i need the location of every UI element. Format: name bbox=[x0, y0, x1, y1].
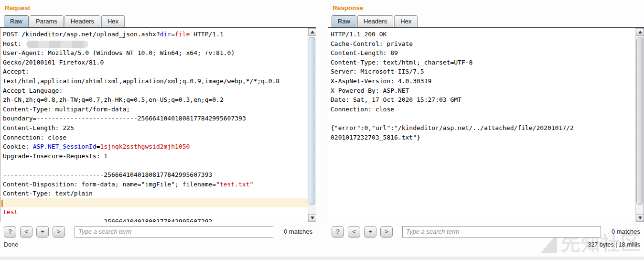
editor-line: 0201017232703_5816.txt"} bbox=[331, 133, 635, 142]
response-editor[interactable]: HTTP/1.1 200 OKCache-Control: privateCon… bbox=[328, 28, 644, 222]
scroll-down-button[interactable] bbox=[636, 214, 644, 222]
response-editor-content[interactable]: HTTP/1.1 200 OKCache-Control: privateCon… bbox=[328, 28, 635, 222]
scroll-up-button[interactable] bbox=[636, 28, 644, 36]
request-status: Done bbox=[0, 238, 316, 248]
scroll-down-button[interactable] bbox=[308, 214, 316, 222]
text-segment: 0201017232703_5816.txt"} bbox=[331, 134, 420, 141]
response-status: 327 bytes | 18 millis bbox=[328, 238, 644, 248]
request-editor-content[interactable]: POST /kindeditor/asp.net/upload_json.ash… bbox=[0, 28, 308, 222]
request-search-row: ? < + > 0 matches bbox=[0, 222, 316, 238]
match-count: 0 matches bbox=[278, 228, 312, 235]
request-panel-title: Request bbox=[0, 0, 316, 14]
scrollbar-thumb[interactable] bbox=[309, 37, 315, 205]
editor-line bbox=[331, 114, 635, 123]
editor-line: ---------------------------2566641040180… bbox=[3, 170, 308, 180]
editor-line: Accept: bbox=[3, 67, 308, 76]
search-input[interactable] bbox=[75, 226, 273, 238]
editor-line: X-AspNet-Version: 4.0.30319 bbox=[331, 76, 635, 86]
text-segment: test bbox=[3, 208, 18, 216]
text-segment: zh-CN,zh;q=0.8,zh-TW;q=0.7,zh-HK;q=0.5,e… bbox=[3, 96, 224, 103]
tab-headers[interactable]: Headers bbox=[64, 15, 100, 27]
match-count: 0 matches bbox=[606, 228, 640, 235]
scrollbar-thumb[interactable] bbox=[636, 37, 643, 205]
request-scrollbar[interactable] bbox=[308, 28, 316, 222]
editor-line: Date: Sat, 17 Oct 2020 15:27:03 GMT bbox=[331, 95, 635, 105]
editor-line: Content-Length: 225 bbox=[3, 123, 308, 133]
text-segment: = bbox=[171, 31, 175, 38]
search-options-button[interactable]: + bbox=[36, 226, 49, 238]
tab-hex[interactable]: Hex bbox=[394, 15, 418, 27]
editor-line: Server: Microsoft-IIS/7.5 bbox=[331, 67, 635, 76]
arrow-up-icon bbox=[311, 31, 314, 33]
search-help-button[interactable]: ? bbox=[4, 226, 16, 238]
response-scrollbar[interactable] bbox=[635, 28, 644, 222]
editor-line: Connection: close bbox=[3, 133, 308, 142]
arrow-down-icon bbox=[311, 217, 314, 219]
search-help-button[interactable]: ? bbox=[332, 226, 344, 238]
text-segment: Cache-Control: private bbox=[331, 40, 413, 47]
text-caret bbox=[1, 200, 3, 207]
editor-line: test bbox=[3, 207, 308, 217]
editor-line: boundary=---------------------------2566… bbox=[3, 114, 308, 123]
text-segment: = bbox=[97, 143, 100, 150]
tab-params[interactable]: Params bbox=[30, 15, 64, 27]
redacted-host bbox=[26, 41, 88, 48]
editor-line: Content-Disposition: form-data; name="im… bbox=[3, 180, 308, 189]
search-input[interactable] bbox=[402, 226, 601, 238]
text-segment: 1sjnqk2ssthgwsid2mjh1050 bbox=[100, 143, 190, 150]
search-next-button[interactable]: > bbox=[380, 226, 393, 238]
tab-raw[interactable]: Raw bbox=[4, 15, 29, 27]
text-segment: text/html,application/xhtml+xml,applicat… bbox=[3, 77, 279, 85]
tab-raw[interactable]: Raw bbox=[332, 15, 356, 27]
burp-message-viewer: 先知社区 Request RawParamsHeadersHex POST /k… bbox=[0, 0, 644, 260]
arrow-up-icon bbox=[638, 31, 642, 33]
text-segment: boundary=---------------------------2566… bbox=[3, 115, 246, 122]
editor-line: Content-Type: multipart/form-data; bbox=[3, 105, 308, 114]
text-segment: " bbox=[250, 181, 254, 188]
text-segment: Connection: close bbox=[331, 106, 394, 113]
tab-hex[interactable]: Hex bbox=[101, 15, 125, 27]
editor-line: X-Powered-By: ASP.NET bbox=[331, 86, 635, 96]
editor-line: zh-CN,zh;q=0.8,zh-TW;q=0.7,zh-HK;q=0.5,e… bbox=[3, 95, 308, 105]
request-editor[interactable]: POST /kindeditor/asp.net/upload_json.ash… bbox=[0, 28, 316, 222]
editor-line: ---------------------------2566641040180… bbox=[3, 217, 308, 222]
arrow-down-icon bbox=[638, 217, 642, 219]
search-options-button[interactable]: + bbox=[364, 226, 376, 238]
text-segment: X-AspNet-Version: 4.0.30319 bbox=[331, 77, 431, 85]
text-segment: Date: Sat, 17 Oct 2020 15:27:03 GMT bbox=[331, 96, 462, 103]
editor-line: Gecko/20100101 Firefox/81.0 bbox=[3, 58, 308, 67]
text-segment: Content-Length: 225 bbox=[3, 124, 74, 131]
text-segment: ---------------------------2566641040180… bbox=[3, 218, 220, 222]
editor-line: Content-Length: 89 bbox=[331, 48, 635, 58]
text-segment: file bbox=[175, 31, 190, 38]
editor-line: Host: bbox=[3, 39, 308, 49]
response-panel: Response RawHeadersHex HTTP/1.1 200 OKCa… bbox=[328, 0, 644, 260]
response-tabs: RawHeadersHex bbox=[328, 14, 644, 27]
text-segment: POST /kindeditor/asp.net/upload_json.ash… bbox=[3, 31, 160, 38]
editor-line: Cache-Control: private bbox=[331, 39, 635, 49]
editor-line: User-Agent: Mozilla/5.0 (Windows NT 10.0… bbox=[3, 48, 308, 58]
editor-line bbox=[0, 198, 308, 208]
text-segment: Connection: close bbox=[3, 134, 66, 141]
text-segment: HTTP/1.1 200 OK bbox=[331, 31, 386, 38]
response-search-row: ? < + > 0 matches bbox=[328, 222, 644, 238]
text-segment: Content-Disposition: form-data; name="im… bbox=[3, 181, 220, 188]
search-prev-button[interactable]: < bbox=[20, 226, 32, 238]
text-segment: {"error":0,"url":"/kindeditor/asp.net/..… bbox=[331, 124, 574, 131]
editor-line: Content-Type: text/plain bbox=[3, 189, 308, 198]
editor-line: Upgrade-Insecure-Requests: 1 bbox=[3, 152, 308, 161]
text-segment: Accept-Language: bbox=[3, 87, 63, 94]
response-panel-title: Response bbox=[328, 0, 644, 14]
editor-line: Cookie: ASP.NET_SessionId=1sjnqk2ssthgws… bbox=[3, 142, 308, 152]
text-segment: Host: bbox=[3, 40, 25, 47]
text-segment: Server: Microsoft-IIS/7.5 bbox=[331, 68, 424, 75]
editor-line: Content-Type: text/html; charset=UTF-8 bbox=[331, 58, 635, 67]
request-panel: Request RawParamsHeadersHex POST /kinded… bbox=[0, 0, 316, 260]
editor-line: text/html,application/xhtml+xml,applicat… bbox=[3, 76, 308, 86]
text-segment: ASP.NET_SessionId bbox=[33, 143, 97, 150]
search-prev-button[interactable]: < bbox=[348, 226, 360, 238]
search-next-button[interactable]: > bbox=[53, 226, 65, 238]
tab-headers[interactable]: Headers bbox=[357, 15, 393, 27]
text-segment: ---------------------------2566641040180… bbox=[3, 171, 212, 178]
scroll-up-button[interactable] bbox=[308, 28, 316, 36]
